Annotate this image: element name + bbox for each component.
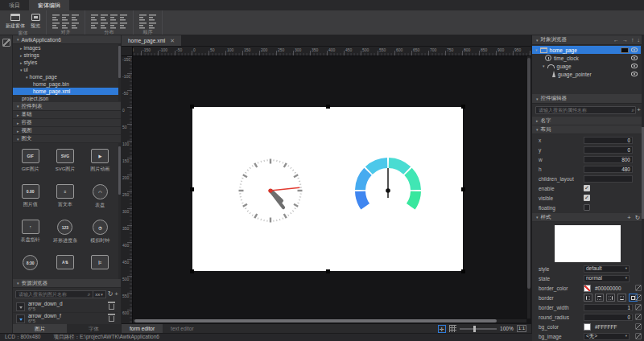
- selection-handle[interactable]: [461, 105, 465, 109]
- visibility-eye-icon[interactable]: [631, 55, 638, 60]
- ribbon-button-新建窗体[interactable]: 新建窗体: [6, 12, 25, 30]
- object-move-arrow-2[interactable]: ↑: [631, 37, 634, 43]
- binding-fx-icon[interactable]: [635, 314, 642, 320]
- widget-item-表盘指针[interactable]: ↑表盘指针: [13, 220, 47, 255]
- property-input-x[interactable]: [584, 137, 633, 144]
- ribbon-tool-icon[interactable]: [120, 23, 127, 29]
- add-style-icon[interactable]: +: [627, 214, 630, 221]
- property-input-round_radius[interactable]: [584, 314, 633, 321]
- resource-item-arrow_down_f[interactable]: arrow_down_f6*5: [13, 313, 118, 324]
- widget-item-SVG图片[interactable]: SVGSVG图片: [47, 149, 82, 184]
- section-style[interactable]: ▾样式 +↻: [532, 213, 644, 222]
- gauge-widget[interactable]: [353, 155, 423, 226]
- close-icon[interactable]: ✕: [170, 38, 175, 44]
- ribbon-tool-icon[interactable]: [62, 14, 69, 21]
- ribbon-tool-icon[interactable]: [101, 23, 108, 29]
- object-item-guage[interactable]: ▾guage: [532, 62, 641, 70]
- add-property-button[interactable]: +: [637, 106, 641, 114]
- property-checkbox-enable[interactable]: ✓: [584, 185, 590, 191]
- color-swatch-border_color[interactable]: [584, 285, 591, 292]
- visibility-eye-icon[interactable]: [631, 64, 638, 68]
- binding-fx-icon[interactable]: [635, 333, 642, 339]
- object-browser-header[interactable]: ▾ 对象浏览器 ←→↑↓: [532, 35, 644, 45]
- object-move-arrow-1[interactable]: →: [622, 37, 628, 43]
- ribbon-tool-icon[interactable]: [72, 14, 79, 21]
- menu-tab-窗体编辑[interactable]: 窗体编辑: [29, 0, 69, 10]
- tree-item-images[interactable]: ▸images: [13, 44, 121, 51]
- ribbon-tool-icon[interactable]: [91, 23, 98, 29]
- add-resource-button[interactable]: +: [114, 290, 118, 298]
- tab-form-editor[interactable]: form editor: [122, 324, 163, 334]
- ribbon-tool-icon[interactable]: [101, 14, 108, 21]
- property-input-h[interactable]: [584, 166, 633, 173]
- design-viewport[interactable]: [133, 56, 531, 323]
- widget-item-环形进度条[interactable]: 123环形进度条: [47, 220, 82, 255]
- widget-item-GIF图片[interactable]: GIFGIF图片: [13, 149, 47, 184]
- resource-filter-select[interactable]: xx▾: [93, 290, 106, 298]
- widget-category-基础[interactable]: ▸基础: [13, 111, 121, 119]
- border-button-l[interactable]: [584, 294, 592, 302]
- property-select-bg_image[interactable]: <无>▾: [584, 333, 630, 340]
- property-select-state[interactable]: normal▾: [584, 275, 630, 282]
- ribbon-tool-icon[interactable]: [110, 14, 118, 21]
- panel-pin-icon[interactable]: [2, 39, 10, 47]
- tree-item-project.json[interactable]: project.json: [13, 95, 121, 101]
- ribbon-tool-icon[interactable]: [91, 14, 98, 21]
- ribbon-tool-icon[interactable]: [62, 23, 69, 29]
- property-input-w[interactable]: [584, 156, 633, 163]
- tree-item-strings[interactable]: ▸strings: [13, 51, 121, 59]
- project-tree-header[interactable]: ▾ AwtkApplication6: [13, 35, 121, 44]
- selection-handle[interactable]: [461, 187, 465, 191]
- widget-item-row4-9[interactable]: 8:30: [13, 255, 47, 279]
- widget-list-header[interactable]: ▾ 控件列表: [13, 102, 121, 111]
- delete-icon[interactable]: [109, 316, 114, 322]
- refresh-style-icon[interactable]: ↻: [635, 214, 640, 221]
- property-input-children_layout[interactable]: [584, 175, 633, 183]
- widget-item-模拟时钟[interactable]: ◷模拟时钟: [83, 220, 118, 255]
- object-item-time_clock[interactable]: time_clock: [532, 54, 641, 62]
- visibility-eye-icon[interactable]: [631, 72, 638, 76]
- tree-item-styles[interactable]: ▸styles: [13, 59, 121, 66]
- property-search-input[interactable]: [535, 106, 636, 114]
- ribbon-tool-icon[interactable]: [149, 23, 156, 29]
- ribbon-tool-icon[interactable]: [120, 14, 127, 21]
- border-button-r[interactable]: [606, 294, 615, 302]
- move-tool-icon[interactable]: ✛: [438, 325, 446, 333]
- selection-handle[interactable]: [326, 269, 330, 273]
- selection-handle[interactable]: [190, 105, 194, 109]
- ribbon-tool-icon[interactable]: [139, 14, 147, 21]
- resource-tab-图片[interactable]: 图片: [13, 324, 67, 333]
- border-button-t[interactable]: [595, 294, 604, 302]
- property-input-border_width[interactable]: [584, 304, 633, 311]
- grid-toggle-icon[interactable]: [449, 325, 456, 332]
- widget-item-row4-10[interactable]: A⇅: [47, 255, 82, 279]
- widget-item-row4-11[interactable]: |≡: [83, 255, 118, 279]
- selection-handle[interactable]: [190, 269, 194, 273]
- binding-fx-icon[interactable]: [635, 285, 642, 291]
- resource-search-input[interactable]: [15, 290, 93, 298]
- object-move-arrow-3[interactable]: ↓: [638, 37, 641, 43]
- section-layout[interactable]: ▾布局: [532, 125, 644, 134]
- visibility-eye-icon[interactable]: [631, 47, 638, 52]
- widget-editor-header[interactable]: ▾ 控件编辑器: [532, 94, 644, 104]
- selection-handle[interactable]: [461, 269, 465, 273]
- horizontal-scrollbar[interactable]: [133, 319, 526, 323]
- widget-category-容器[interactable]: ▸容器: [13, 119, 121, 127]
- object-item-home_page[interactable]: ▾home_page: [532, 46, 641, 54]
- resource-item-arrow_down_d[interactable]: arrow_down_d6*5: [13, 301, 118, 313]
- object-item-guage_pointer[interactable]: guage_pointer: [532, 70, 641, 78]
- binding-fx-icon[interactable]: [635, 294, 642, 301]
- ribbon-tool-icon[interactable]: [72, 23, 79, 29]
- object-move-arrow-0[interactable]: ←: [613, 37, 619, 43]
- property-select-style[interactable]: default▾: [584, 265, 630, 273]
- document-tab-home-page-xml[interactable]: home_page.xml ✕: [122, 35, 181, 46]
- refresh-icon[interactable]: ↻: [108, 290, 114, 298]
- tab-text-editor[interactable]: text editor: [163, 324, 202, 334]
- tree-item-home_page[interactable]: ▾home_page: [13, 73, 121, 80]
- binding-fx-icon[interactable]: [635, 323, 642, 330]
- selection-handle[interactable]: [326, 105, 330, 109]
- widget-item-图片值[interactable]: 0.00图片值: [13, 184, 47, 220]
- widget-category-图文[interactable]: ▾图文: [13, 135, 121, 143]
- property-checkbox-visible[interactable]: ✓: [584, 195, 590, 201]
- zoom-1to1-button[interactable]: 1:1: [517, 325, 526, 332]
